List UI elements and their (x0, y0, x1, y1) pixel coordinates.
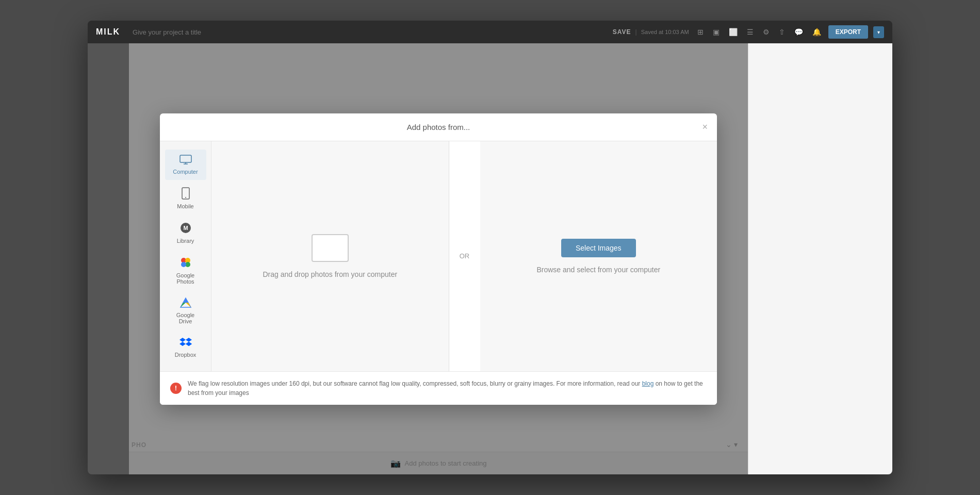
modal-title: Add photos from... (407, 123, 470, 131)
library-icon: M (179, 222, 192, 236)
right-panel (748, 43, 892, 474)
google-drive-label: Google Drive (169, 312, 202, 324)
blog-link[interactable]: blog (642, 380, 654, 387)
mobile-label: Mobile (177, 203, 193, 209)
modal-body: Computer Mobile (160, 141, 717, 371)
modal-footer: ! We flag low resolution images under 16… (160, 371, 717, 405)
app-sidebar (88, 43, 129, 474)
dropbox-icon (179, 337, 192, 350)
svg-marker-17 (186, 338, 192, 342)
svg-point-4 (185, 197, 186, 198)
app-content: PHO ⌄ ▾ 📷 Add photos to start creating A… (129, 43, 748, 474)
drop-text: Drag and drop photos from your computer (263, 270, 397, 278)
sidebar-item-computer[interactable]: Computer (165, 150, 206, 180)
screen-container: MILK SAVE | Saved at 10:03 AM ⊞ ▣ ⬜ ☰ ⚙ … (88, 21, 892, 474)
upload-area: Drag and drop photos from your computer … (211, 141, 717, 371)
google-photos-label: Google Photos (169, 272, 202, 285)
app-logo: MILK (96, 27, 120, 37)
save-button[interactable]: SAVE (613, 28, 631, 36)
svg-point-10 (181, 262, 186, 267)
select-zone: Select Images Browse and select from you… (480, 141, 717, 371)
save-area: SAVE | Saved at 10:03 AM (613, 28, 689, 36)
sidebar-item-library[interactable]: M Library (165, 217, 206, 249)
settings-icon[interactable]: ⚙ (761, 27, 772, 37)
or-divider: OR (449, 141, 480, 371)
export-button[interactable]: EXPORT (828, 25, 868, 39)
modal-sidebar: Computer Mobile (160, 141, 211, 371)
warning-text: We flag low resolution images under 160 … (188, 379, 707, 398)
computer-label: Computer (173, 169, 198, 175)
main-area: PHO ⌄ ▾ 📷 Add photos to start creating A… (88, 43, 892, 474)
dropbox-label: Dropbox (175, 352, 197, 358)
select-images-button[interactable]: Select Images (561, 239, 636, 257)
modal-header: Add photos from... × (160, 113, 717, 141)
project-title-input[interactable] (133, 28, 607, 36)
modal-main: Drag and drop photos from your computer … (211, 141, 717, 371)
modal-overlay: Add photos from... × (129, 43, 748, 474)
list-icon[interactable]: ☰ (745, 27, 756, 37)
computer-icon (179, 155, 192, 167)
google-drive-icon (179, 297, 192, 310)
library-label: Library (177, 238, 194, 244)
select-text: Browse and select from your computer (536, 266, 660, 274)
columns-icon[interactable]: ⬜ (727, 27, 740, 37)
sidebar-item-google-photos[interactable]: Google Photos (165, 251, 206, 290)
share-icon[interactable]: ⇧ (777, 27, 787, 37)
toolbar: MILK SAVE | Saved at 10:03 AM ⊞ ▣ ⬜ ☰ ⚙ … (88, 21, 892, 43)
drop-icon (312, 234, 349, 262)
toolbar-icons: ⊞ ▣ ⬜ ☰ ⚙ ⇧ 💬 🔔 EXPORT ▾ (695, 25, 884, 39)
svg-rect-0 (180, 155, 191, 162)
tv-icon[interactable]: ▣ (711, 27, 722, 37)
sidebar-item-dropbox[interactable]: Dropbox (165, 332, 206, 363)
mobile-icon (182, 187, 190, 201)
notification-icon[interactable]: 🔔 (810, 27, 823, 37)
svg-text:M: M (183, 225, 188, 231)
google-photos-icon (179, 256, 192, 270)
svg-marker-20 (186, 342, 192, 346)
sidebar-item-mobile[interactable]: Mobile (165, 182, 206, 214)
svg-marker-16 (179, 338, 186, 342)
drop-zone[interactable]: Drag and drop photos from your computer (211, 141, 449, 371)
chat-icon[interactable]: 💬 (792, 27, 805, 37)
svg-marker-13 (183, 298, 188, 303)
saved-status: Saved at 10:03 AM (641, 29, 689, 35)
warning-icon: ! (170, 383, 182, 394)
export-dropdown[interactable]: ▾ (873, 26, 884, 38)
sidebar-item-google-drive[interactable]: Google Drive (165, 292, 206, 329)
modal-close-button[interactable]: × (702, 122, 708, 131)
svg-marker-18 (179, 342, 186, 346)
modal: Add photos from... × (160, 113, 717, 405)
grid-icon[interactable]: ⊞ (695, 27, 706, 37)
